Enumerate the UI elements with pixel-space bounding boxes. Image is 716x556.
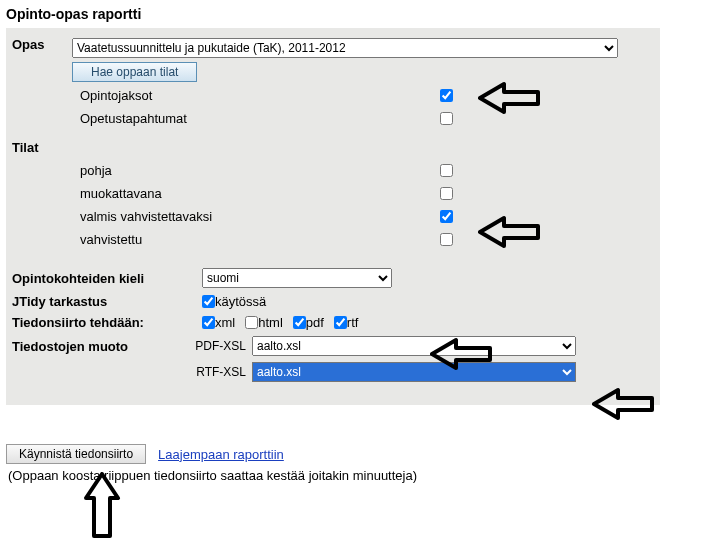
xml-checkbox[interactable] xyxy=(202,316,215,329)
vahvistettu-checkbox[interactable] xyxy=(440,233,453,246)
valmis-label: valmis vahvistettavaksi xyxy=(12,209,440,224)
rtf-xsl-label: RTF-XSL xyxy=(182,365,252,379)
launch-transfer-button[interactable]: Käynnistä tiedonsiirto xyxy=(6,444,146,464)
pdf-xsl-label: PDF-XSL xyxy=(182,339,252,353)
muokattavana-checkbox[interactable] xyxy=(440,187,453,200)
bottom-bar: Käynnistä tiedonsiirto Laajempaan raport… xyxy=(6,444,660,487)
hae-oppaan-tilat-button[interactable]: Hae oppaan tilat xyxy=(72,62,197,82)
duration-note: (Oppaan koosta riippuen tiedonsiirto saa… xyxy=(6,464,660,487)
opetustapahtumat-checkbox[interactable] xyxy=(440,112,453,125)
transfer-label: Tiedonsiirto tehdään: xyxy=(12,315,202,330)
xml-label: xml xyxy=(215,315,235,330)
laajempaan-raporttiin-link[interactable]: Laajempaan raporttiin xyxy=(158,447,284,462)
kieli-select[interactable]: suomi xyxy=(202,268,392,288)
html-checkbox[interactable] xyxy=(245,316,258,329)
vahvistettu-label: vahvistettu xyxy=(12,232,440,247)
rtf-xsl-select[interactable]: aalto.xsl xyxy=(252,362,576,382)
valmis-checkbox[interactable] xyxy=(440,210,453,223)
opetustapahtumat-label: Opetustapahtumat xyxy=(12,111,440,126)
opas-label: Opas xyxy=(12,37,72,52)
kieli-label: Opintokohteiden kieli xyxy=(12,271,202,286)
opintojaksot-label: Opintojaksot xyxy=(12,88,440,103)
pohja-label: pohja xyxy=(12,163,440,178)
rtf-label: rtf xyxy=(347,315,359,330)
opas-select[interactable]: Vaatetussuunnittelu ja pukutaide (TaK), … xyxy=(72,38,618,58)
rtf-checkbox[interactable] xyxy=(334,316,347,329)
report-panel: Opas Vaatetussuunnittelu ja pukutaide (T… xyxy=(6,28,660,405)
pdf-checkbox[interactable] xyxy=(293,316,306,329)
tilat-header: Tilat xyxy=(6,130,660,159)
jtidy-checkbox-label: käytössä xyxy=(215,294,266,309)
jtidy-label: JTidy tarkastus xyxy=(12,294,202,309)
fileformat-label: Tiedostojen muoto xyxy=(12,339,182,354)
jtidy-checkbox[interactable] xyxy=(202,295,215,308)
pohja-checkbox[interactable] xyxy=(440,164,453,177)
pdf-xsl-select[interactable]: aalto.xsl xyxy=(252,336,576,356)
opintojaksot-checkbox[interactable] xyxy=(440,89,453,102)
page-title: Opinto-opas raportti xyxy=(6,6,141,22)
html-label: html xyxy=(258,315,283,330)
pdf-label: pdf xyxy=(306,315,324,330)
muokattavana-label: muokattavana xyxy=(12,186,440,201)
